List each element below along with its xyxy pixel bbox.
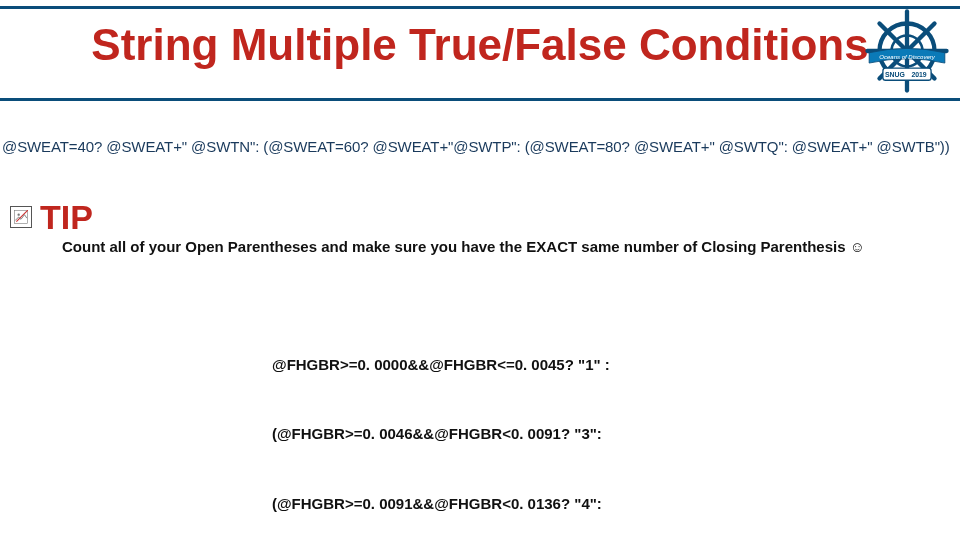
code-block: @FHGBR>=0. 0000&&@FHGBR<=0. 0045? "1" : … (272, 306, 610, 540)
tip-text: Count all of your Open Parentheses and m… (62, 238, 865, 255)
divider-top (0, 6, 960, 9)
logo-badge-left: SNUG (885, 71, 905, 78)
code-line: (@FHGBR>=0. 0046&&@FHGBR<0. 0091? "3": (272, 422, 610, 445)
tip-text-body: Count all of your Open Parentheses and m… (62, 238, 850, 255)
slide-title: String Multiple True/False Conditions (0, 20, 960, 70)
svg-point-13 (18, 214, 20, 216)
logo-banner-text: Oceans of Discovery (879, 54, 935, 60)
code-line: @FHGBR>=0. 0000&&@FHGBR<=0. 0045? "1" : (272, 353, 610, 376)
example-code-line: @SWEAT=40? @SWEAT+" @SWTN": (@SWEAT=60? … (2, 138, 958, 155)
smiley-icon: ☺ (850, 238, 865, 255)
code-line: (@FHGBR>=0. 0091&&@FHGBR<0. 0136? "4": (272, 492, 610, 515)
logo-badge-right: 2019 (911, 71, 926, 78)
tip-label: TIP (40, 200, 93, 234)
event-logo: Oceans of Discovery SNUG 2019 (864, 8, 950, 94)
divider-under-title (0, 98, 960, 101)
missing-image-icon (10, 206, 32, 228)
